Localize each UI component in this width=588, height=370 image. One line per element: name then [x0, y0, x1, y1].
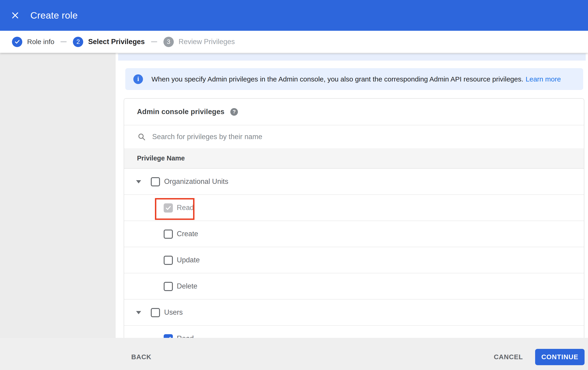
checkbox-users[interactable] — [151, 308, 160, 317]
step-label-select-privileges: Select Privileges — [88, 38, 145, 46]
step-review-privileges: 3 Review Privileges — [163, 37, 235, 47]
info-banner-text: When you specify Admin privileges in the… — [151, 75, 523, 83]
close-icon[interactable] — [10, 11, 20, 20]
check-icon — [14, 39, 20, 45]
step-connector — [61, 41, 67, 42]
row-label: Users — [164, 308, 183, 317]
checkbox-create[interactable] — [164, 230, 173, 239]
card-title: Admin console privileges — [137, 108, 224, 116]
table-row-create: Create — [124, 221, 584, 247]
step-label-role-info: Role info — [27, 38, 54, 46]
chevron-down-icon[interactable] — [136, 180, 141, 183]
left-rail — [0, 53, 116, 338]
privileges-card: Admin console privileges ? Privilege Nam… — [124, 98, 584, 355]
table-row-delete: Delete — [124, 273, 584, 300]
back-button[interactable]: BACK — [131, 353, 151, 361]
scrolled-content-strip — [118, 53, 586, 60]
card-header: Admin console privileges ? — [124, 99, 584, 125]
row-label: Create — [177, 230, 198, 238]
info-banner: i When you specify Admin privileges in t… — [125, 68, 583, 90]
step-upcoming-circle: 3 — [163, 37, 174, 47]
app-bar: Create role — [0, 0, 588, 31]
checkbox-read[interactable] — [164, 203, 173, 212]
row-label: Update — [177, 256, 200, 264]
table-row-read: Read — [124, 195, 584, 221]
continue-button[interactable]: CONTINUE — [535, 349, 585, 365]
checkbox-update[interactable] — [164, 256, 173, 265]
search-icon — [137, 133, 146, 141]
table-row-organizational-units: Organizational Units — [124, 169, 584, 195]
step-complete-circle — [12, 37, 22, 47]
step-role-info[interactable]: Role info — [12, 37, 54, 47]
step-label-review-privileges: Review Privileges — [178, 38, 235, 46]
privilege-search-row — [124, 125, 584, 148]
footer-action-bar: BACK CANCEL CONTINUE — [0, 338, 588, 370]
table-row-users: Users — [124, 300, 584, 326]
column-header-privilege-name: Privilege Name — [124, 148, 584, 169]
dialog-title: Create role — [30, 10, 78, 21]
cancel-button[interactable]: CANCEL — [494, 353, 523, 361]
step-active-circle: 2 — [73, 37, 83, 47]
step-connector — [151, 41, 157, 42]
row-label: Read — [177, 204, 194, 212]
checkbox-organizational-units[interactable] — [151, 177, 160, 186]
table-row-update: Update — [124, 247, 584, 273]
stepper: Role info 2 Select Privileges 3 Review P… — [0, 31, 588, 53]
chevron-down-icon[interactable] — [136, 311, 141, 314]
row-label: Organizational Units — [164, 177, 228, 186]
step-select-privileges[interactable]: 2 Select Privileges — [73, 37, 145, 47]
row-label: Delete — [177, 282, 198, 290]
privilege-search-input[interactable] — [152, 133, 497, 141]
learn-more-link[interactable]: Learn more — [526, 75, 561, 83]
info-icon: i — [133, 74, 143, 84]
checkbox-delete[interactable] — [164, 282, 173, 291]
help-question-icon[interactable]: ? — [230, 108, 238, 116]
